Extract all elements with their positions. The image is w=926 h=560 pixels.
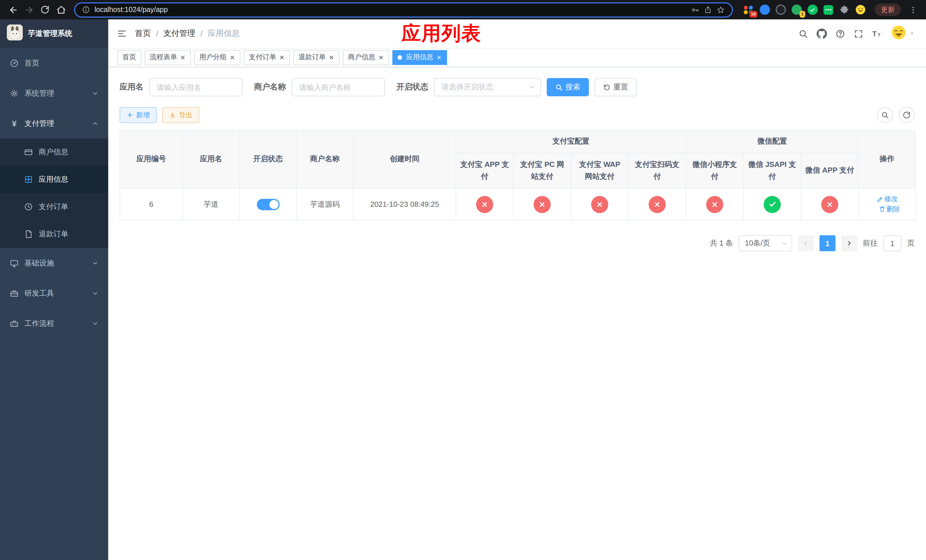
tab-process-form[interactable]: 流程表单 (145, 50, 191, 65)
user-menu-caret-icon (909, 29, 915, 39)
merchant-name-label: 商户名称 (254, 82, 286, 92)
chevron-up-icon (92, 120, 98, 127)
sidebar-item-payment[interactable]: ¥ 支付管理 (0, 108, 108, 138)
extension-puzzle-icon[interactable] (839, 4, 850, 15)
tab-app-info[interactable]: 应用信息 (392, 50, 447, 65)
user-menu[interactable] (891, 25, 915, 42)
sidebar-item-workflow[interactable]: 工作流程 (0, 308, 108, 338)
fullscreen-icon[interactable] (854, 29, 863, 38)
tab-refund-order[interactable]: 退款订单 (293, 50, 339, 65)
browser-menu-icon[interactable] (905, 2, 920, 17)
main-panel: 首页 / 支付管理 / 应用信息 应用列表 TT (108, 20, 926, 560)
tab-home[interactable]: 首页 (117, 50, 141, 65)
column-header: 支付宝扫码支付 (628, 153, 686, 188)
chevron-down-icon (781, 240, 788, 247)
browser-home-button[interactable] (53, 2, 68, 17)
sidebar-item-infra[interactable]: 基础设施 (0, 248, 108, 278)
sidebar-item-merchant-info[interactable]: 商户信息 (0, 138, 108, 166)
sidebar-item-home[interactable]: 首页 (0, 48, 108, 78)
alipay-wap-status-icon (591, 196, 608, 213)
sidebar-item-system[interactable]: 系统管理 (0, 78, 108, 108)
bookmark-star-icon[interactable] (716, 5, 725, 14)
status-select-placeholder: 请选择开启状态 (441, 82, 493, 92)
tab-close-icon[interactable] (279, 54, 285, 60)
github-icon[interactable] (817, 29, 827, 39)
sidebar: 芋道管理系统 首页 系统管理 ¥ 支付管理 (0, 20, 108, 560)
extension-blue-icon[interactable] (759, 4, 770, 15)
tab-close-icon[interactable] (378, 54, 384, 60)
sidebar-item-refund-order[interactable]: 退款订单 (0, 221, 108, 248)
column-header: 微信 JSAPI 支付 (743, 153, 801, 188)
prev-page-button[interactable] (798, 235, 814, 251)
chevron-down-icon (92, 259, 98, 266)
column-header: 支付宝 APP 支付 (456, 153, 513, 188)
sidebar-item-pay-order[interactable]: 支付订单 (0, 193, 108, 221)
site-info-icon[interactable] (82, 6, 90, 14)
refresh-button[interactable] (899, 107, 915, 123)
search-button[interactable]: 搜索 (547, 78, 589, 96)
status-toggle[interactable] (257, 198, 279, 210)
app-table: 应用编号 应用名 开启状态 商户名称 创建时间 支付宝配置 微信配置 操作 支付… (120, 130, 916, 221)
sidebar-item-label: 研发工具 (24, 288, 54, 298)
app-title: 芋道管理系统 (28, 29, 72, 39)
extension-colordot-icon[interactable]: 10 (743, 4, 754, 15)
sidebar-menu: 首页 系统管理 ¥ 支付管理 商户信息 (0, 48, 108, 338)
tab-close-icon[interactable] (328, 54, 334, 60)
group-header-alipay: 支付宝配置 (456, 130, 686, 153)
goto-page-input[interactable] (883, 235, 902, 251)
top-navbar: 首页 / 支付管理 / 应用信息 应用列表 TT (108, 20, 926, 48)
tab-pay-order[interactable]: 支付订单 (244, 50, 290, 65)
app-name-input[interactable] (149, 78, 243, 96)
dashboard-icon (10, 58, 19, 68)
yen-icon: ¥ (10, 119, 19, 128)
tab-merchant-info[interactable]: 商户信息 (343, 50, 389, 65)
pagination: 共 1 条 10条/页 1 前往 页 (120, 235, 915, 251)
extension-check-icon[interactable] (807, 4, 818, 15)
hamburger-icon[interactable] (117, 29, 127, 39)
search-icon[interactable] (799, 29, 808, 38)
help-icon[interactable] (835, 29, 845, 38)
status-label: 开启状态 (396, 82, 428, 92)
browser-back-button[interactable] (6, 2, 21, 17)
page-title-annotation: 应用列表 (401, 21, 481, 47)
next-page-button[interactable] (841, 235, 857, 251)
add-button[interactable]: 新增 (120, 107, 157, 123)
browser-forward-button[interactable] (22, 2, 36, 17)
tab-close-icon[interactable] (436, 54, 442, 60)
breadcrumb-separator: / (200, 29, 203, 38)
page-1-button[interactable]: 1 (820, 235, 835, 251)
app-logo[interactable]: 芋道管理系统 (0, 20, 108, 48)
tab-user-group[interactable]: 用户分组 (194, 50, 240, 65)
chevron-down-icon (92, 290, 98, 297)
edit-link[interactable]: 修改 (876, 194, 898, 204)
font-size-icon[interactable]: TT (872, 29, 883, 38)
sidebar-item-app-info[interactable]: 应用信息 (0, 166, 108, 193)
share-icon[interactable] (704, 6, 712, 14)
status-select[interactable]: 请选择开启状态 (434, 78, 541, 96)
tab-close-icon[interactable] (180, 54, 186, 60)
browser-reload-button[interactable] (38, 2, 52, 17)
toggle-search-button[interactable] (877, 107, 893, 123)
table-row: 6 芋道 芋道源码 2021-10-23 08:49:25 (120, 188, 915, 220)
merchant-name-input[interactable] (292, 78, 385, 96)
column-header: 应用名 (183, 130, 239, 188)
breadcrumb-home[interactable]: 首页 (135, 29, 151, 39)
extension-toolbar: 10 1 (743, 4, 865, 15)
extension-smiley-icon[interactable] (855, 4, 865, 15)
chevron-down-icon (92, 320, 98, 327)
column-header: 支付宝 WAP 网站支付 (571, 153, 628, 188)
export-button[interactable]: 导出 (162, 107, 199, 123)
extension-avatar-icon[interactable]: 1 (791, 4, 802, 15)
url-bar[interactable]: localhost:1024/pay/app (74, 2, 733, 17)
browser-update-button[interactable]: 更新 (875, 3, 901, 16)
reset-button[interactable]: 重置 (595, 78, 637, 96)
extension-chat-icon[interactable] (823, 4, 834, 15)
password-key-icon[interactable] (691, 5, 699, 14)
page-size-select[interactable]: 10条/页 (738, 235, 792, 251)
delete-link[interactable]: 删除 (878, 204, 900, 214)
extension-dark-icon[interactable] (775, 4, 786, 15)
sidebar-item-devtools[interactable]: 研发工具 (0, 278, 108, 308)
breadcrumb-payment[interactable]: 支付管理 (163, 29, 195, 39)
tab-close-icon[interactable] (230, 54, 235, 60)
sidebar-item-label: 工作流程 (24, 318, 54, 328)
